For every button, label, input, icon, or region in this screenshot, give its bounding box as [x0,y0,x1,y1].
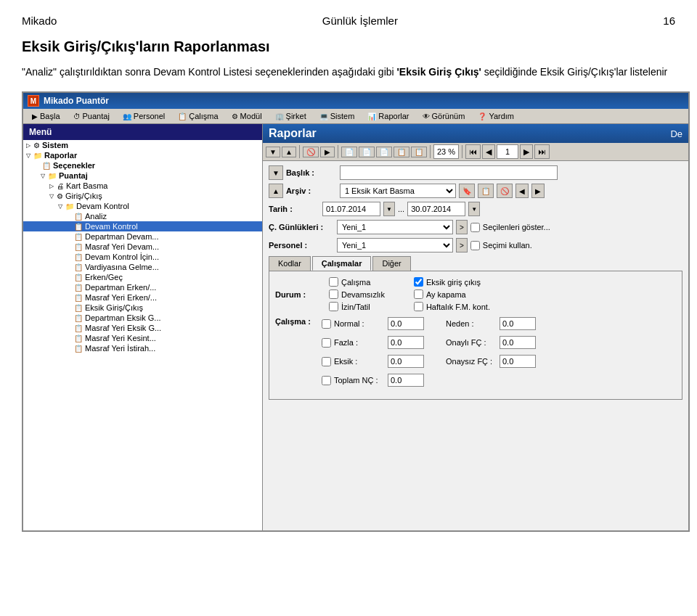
sidebar-item-label: Masraf Yeri Eksik G... [85,324,161,332]
personel-select[interactable]: Yeni_1 [337,238,453,252]
toolbar-doc3-btn[interactable]: 📄 [376,147,392,157]
neden-input[interactable] [500,317,536,330]
masraf-icon: 📋 [74,243,83,251]
eksik-checkbox[interactable] [322,357,331,366]
tab-calismalar[interactable]: Çalışmalar [312,256,372,271]
nav-prev-btn[interactable]: ◀ [482,144,495,159]
tarih-to-input[interactable] [407,202,465,216]
menu-puantaj[interactable]: ⏱ Puantaj [68,110,115,122]
page-title-section: Eksik Giriş/Çıkış'ların Raporlanması "An… [22,38,675,80]
devamsizlik-checkbox[interactable] [329,289,338,299]
sidebar-item-masraf-kesint[interactable]: 📋 Masraf Yeri Kesint... [23,333,262,343]
arsiv-dropdown-btn[interactable]: ▲ [269,184,283,198]
onaysiz-row: Onaysız FÇ : [446,355,536,368]
window-titlebar: M Mikado Puantör [23,93,688,109]
menu-modul[interactable]: ⚙ Modül [226,110,268,122]
menu-gorunum-icon: 👁 [423,112,430,120]
tab-diger[interactable]: Diğer [372,256,410,271]
eksik-giris-checkbox[interactable] [414,277,423,287]
sidebar-item-eksik-giris[interactable]: 📋 Eksik Giriş/Çıkış [23,303,262,313]
menu-sirket[interactable]: 🏢 Şirket [269,110,312,122]
tarih-from-cal-btn[interactable]: ▼ [383,202,395,216]
calisma-checkbox[interactable] [329,277,338,287]
tab-calismalar-label: Çalışmalar [322,259,362,268]
toolbar-up-btn[interactable]: ▲ [282,147,296,157]
personel-nav-btn[interactable]: > [456,238,468,252]
arsiv-icon1-btn[interactable]: 🔖 [459,184,475,198]
eksik-input[interactable] [388,355,424,368]
ay-kapama-checkbox[interactable] [414,289,423,299]
onayli-input[interactable] [500,336,536,349]
sidebar-item-masraf-eksik[interactable]: 📋 Masraf Yeri Eksik G... [23,323,262,333]
baslik-dropdown-btn[interactable]: ▼ [269,165,283,180]
normal-input[interactable] [388,317,424,330]
sidebar-item-puantaj[interactable]: ▽ 📁 Puantaj [23,171,262,181]
toolbar-doc1-btn[interactable]: 📄 [341,147,357,157]
sidebar-item-giris-cikis[interactable]: ▽ ⚙ Giriş/Çıkış [23,191,262,201]
sidebar-item-analiz[interactable]: 📋 Analiz [23,211,262,221]
sidebar-item-dept-erken[interactable]: 📋 Departman Erken/... [23,282,262,292]
sidebar-item-masraf-istirah[interactable]: 📋 Masraf Yeri İstirah... [23,343,262,353]
nav-next-btn[interactable]: ▶ [520,144,533,159]
onaysiz-input[interactable] [500,355,536,368]
nav-last-btn[interactable]: ⏭ [534,144,550,159]
arsiv-icon5-btn[interactable]: ▶ [531,184,545,198]
arsiv-icon4-btn[interactable]: ◀ [515,184,529,198]
tabs-row: Kodlar Çalışmalar Diğer [269,256,682,271]
menu-raporlar[interactable]: 📊 Raporlar [362,110,415,122]
haftalik-checkbox[interactable] [414,302,423,311]
toplam-input[interactable] [388,374,424,387]
sidebar-item-sistem[interactable]: ▷ ⚙ Sistem [23,140,262,150]
c-gunluk-select[interactable]: Yeni_1 [337,220,453,234]
menu-sirket-icon: 🏢 [275,112,284,120]
secimleri-goster-checkbox[interactable] [470,223,480,232]
tab-kodlar[interactable]: Kodlar [269,256,311,271]
page-header: Mikado Günlük İşlemler 16 [22,15,675,27]
toolbar-play-btn[interactable]: ▶ [320,147,335,157]
sidebar-item-devam-icin[interactable]: 📋 Devam Kontrol İçin... [23,252,262,262]
normal-checkbox[interactable] [322,319,331,329]
menu-calisma[interactable]: 📋 Çalışma [172,110,224,122]
fazla-input[interactable] [388,336,424,349]
sidebar-item-devam-kontrol[interactable]: 📋 Devam Kontrol [23,221,262,231]
tarih-to-cal-btn[interactable]: ▼ [468,202,480,216]
arsiv-icon2-btn[interactable]: 📋 [478,184,494,198]
sidebar-item-kart-basma[interactable]: ▷ 🖨 Kart Basma [23,181,262,191]
expand-icon: ▽ [26,152,33,159]
sidebar-item-vardiya[interactable]: 📋 Vardiyasına Gelme... [23,262,262,272]
sidebar-item-label: Devam Kontrol İçin... [85,252,159,261]
menu-personel[interactable]: 👥 Personel [117,110,171,122]
menu-gorunum[interactable]: 👁 Görünüm [417,110,471,122]
nav-first-btn[interactable]: ⏮ [465,144,481,159]
baslik-input[interactable] [340,165,558,180]
sidebar-item-raporlar[interactable]: ▽ 📁 Raporlar [23,150,262,160]
toolbar-doc5-btn[interactable]: 📋 [411,147,427,157]
page-number: 16 [663,15,675,27]
sidebar-item-label: Kart Basma [66,181,107,190]
fazla-checkbox[interactable] [322,338,331,348]
toolbar-doc4-btn[interactable]: 📋 [394,147,409,157]
arsiv-icon3-btn[interactable]: 🚫 [497,184,513,198]
sidebar-item-devam-kontrol-folder[interactable]: ▽ 📁 Devam Kontrol [23,201,262,211]
toolbar-stop-btn[interactable]: 🚫 [303,147,319,157]
menu-sistem[interactable]: 💻 Sistem [314,110,361,122]
toolbar-down-btn[interactable]: ▼ [266,147,280,157]
sidebar-item-masraf-devam[interactable]: 📋 Masraf Yeri Devam... [23,242,262,252]
sidebar-item-masraf-erken[interactable]: 📋 Masraf Yeri Erken/... [23,292,262,303]
izin-checkbox[interactable] [329,302,338,311]
sidebar-item-dept-eksik[interactable]: 📋 Departman Eksik G... [23,313,262,323]
secimi-kullan-checkbox[interactable] [470,241,480,250]
toplam-checkbox[interactable] [322,376,331,385]
arsiv-select[interactable]: 1 Eksik Kart Basma [340,184,456,198]
toolbar-doc2-btn[interactable]: 📄 [359,147,375,157]
sidebar-item-dept-devam[interactable]: 📋 Departman Devam... [23,231,262,242]
menu-basla[interactable]: ▶ Başla [26,110,66,122]
sidebar-item-erken-gec[interactable]: 📋 Erken/Geç [23,272,262,282]
c-gunluk-nav-btn[interactable]: > [456,220,468,234]
menu-modul-label: Modül [240,112,262,120]
expand-icon: ▽ [58,203,65,210]
page-number-input[interactable] [497,144,518,159]
menu-yardim[interactable]: ❓ Yardım [472,110,520,122]
tarih-from-input[interactable] [322,202,380,216]
sidebar-item-secenekler[interactable]: 📋 Seçenekler [23,160,262,171]
